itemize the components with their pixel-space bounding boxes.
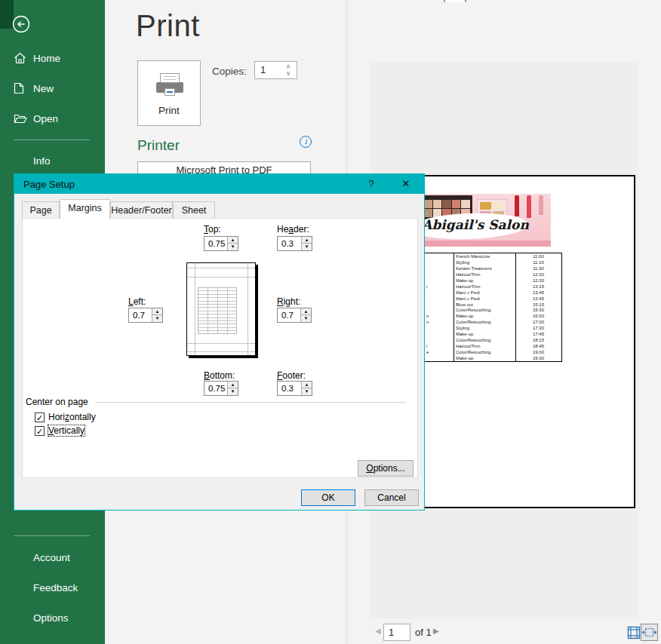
spin-down-icon[interactable]: ▼ (227, 244, 238, 250)
spin-up-icon[interactable]: ▲ (227, 382, 238, 388)
spin-down-icon[interactable]: ▼ (300, 315, 311, 322)
vertically-label[interactable]: Vertically (48, 425, 85, 436)
spin-down-icon[interactable]: ▼ (301, 388, 312, 395)
spin-up-icon[interactable]: ▲ (301, 382, 312, 388)
print-button[interactable]: Print (137, 60, 201, 126)
spin-up-icon[interactable]: ▲ (301, 237, 312, 244)
print-button-label: Print (138, 105, 200, 116)
tab-header-footer[interactable]: Header/Footer (110, 201, 173, 219)
group-line (95, 402, 406, 403)
sidebar-item-home[interactable]: Home (0, 50, 105, 66)
dialog-title: Page Setup (23, 179, 75, 190)
printer-section-heading: Printer (137, 137, 180, 154)
top-margin-input[interactable] (208, 239, 226, 248)
sidebar-item-label: New (33, 83, 54, 94)
printer-icon (156, 73, 183, 99)
tab-sheet[interactable]: Sheet (173, 201, 215, 219)
tab-margins[interactable]: Margins (60, 199, 110, 219)
dialog-help-button[interactable]: ? (365, 178, 377, 189)
sidebar-item-options[interactable]: Options (33, 612, 69, 624)
page-count-label: of 1 (415, 627, 432, 638)
header-margin-label: Header: (277, 224, 309, 235)
back-arrow-icon (12, 15, 30, 33)
sidebar-item-label: Home (33, 53, 60, 64)
top-margin-label: Top: (204, 224, 221, 235)
margins-preview-thumbnail (186, 262, 256, 356)
center-on-page-label: Center on page (26, 397, 88, 407)
header-margin-stepper[interactable]: ▲ ▼ (277, 236, 312, 251)
sidebar-item-new[interactable]: New (0, 80, 105, 97)
page-title: Print (136, 9, 200, 43)
ok-button[interactable]: OK (301, 489, 355, 506)
horizontally-label[interactable]: Horizontally (48, 412, 96, 422)
right-margin-stepper[interactable]: ▲ ▼ (277, 308, 312, 323)
margins-tab-panel: Top: ▲ ▼ Header: ▲ ▼ Left: ▲ (22, 218, 418, 478)
bottom-margin-input[interactable] (208, 384, 226, 393)
footer-margin-input[interactable] (281, 384, 300, 393)
vertically-checkbox[interactable]: ✓ (35, 426, 45, 436)
header-margin-input[interactable] (281, 239, 300, 248)
copies-input[interactable] (260, 64, 284, 75)
sidebar-divider (14, 140, 90, 140)
spin-down-icon[interactable]: ▼ (301, 244, 312, 250)
sidebar-item-info[interactable]: Info (33, 155, 51, 167)
sidebar-item-label: Open (33, 113, 58, 124)
top-edge-artifact (444, 0, 466, 2)
spin-up-icon[interactable]: ▲ (152, 308, 162, 315)
page-number-input[interactable] (389, 627, 407, 638)
sidebar-item-open[interactable]: Open (0, 110, 105, 127)
footer-margin-label: Footer: (277, 370, 306, 381)
spin-up-icon[interactable]: ▲ (227, 237, 238, 244)
right-margin-label: Right: (277, 296, 300, 307)
cancel-button[interactable]: Cancel (364, 489, 419, 506)
dialog-titlebar[interactable]: Page Setup (14, 174, 424, 194)
close-icon[interactable]: ✕ (400, 178, 412, 189)
left-margin-input[interactable] (133, 311, 151, 320)
left-margin-stepper[interactable]: ▲ ▼ (128, 308, 163, 323)
lip-pencil-art (527, 195, 531, 218)
page-setup-dialog: Page Setup ? ✕ Page Margins Header/Foote… (14, 173, 425, 511)
next-page-icon[interactable]: ▶ (433, 627, 439, 635)
horizontally-checkbox[interactable]: ✓ (35, 412, 45, 422)
back-button[interactable] (12, 15, 30, 33)
prev-page-icon[interactable]: ◀ (375, 627, 381, 635)
sidebar-divider (14, 535, 90, 536)
show-margins-icon (627, 626, 641, 639)
copies-stepper[interactable]: ∧ ∨ (254, 61, 297, 79)
lipstick-art (515, 195, 519, 216)
copies-down-icon[interactable]: ∨ (284, 69, 293, 78)
options-button[interactable]: Options... (358, 460, 414, 477)
spin-down-icon[interactable]: ▼ (152, 315, 162, 322)
copies-label: Copies: (212, 66, 247, 77)
spin-up-icon[interactable]: ▲ (300, 308, 311, 315)
page-number-box[interactable] (383, 624, 410, 641)
right-margin-input[interactable] (281, 311, 300, 320)
open-folder-icon (14, 113, 27, 124)
new-document-icon (14, 82, 27, 94)
info-icon[interactable]: i (300, 136, 312, 148)
thumbnail-grid (198, 287, 237, 334)
printer-dropdown[interactable]: Microsoft Print to PDF (137, 161, 311, 173)
show-margins-button[interactable] (627, 626, 641, 642)
home-icon (14, 52, 27, 64)
tab-page[interactable]: Page (22, 201, 60, 219)
top-margin-stepper[interactable]: ▲ ▼ (204, 236, 238, 251)
bottom-margin-stepper[interactable]: ▲ ▼ (204, 381, 238, 396)
excel-backstage-print: Print Print Copies: ∧ ∨ Printer i Micros… (0, 0, 661, 644)
sidebar-item-feedback[interactable]: Feedback (33, 582, 78, 593)
zoom-to-page-icon (641, 624, 657, 640)
spin-down-icon[interactable]: ▼ (227, 388, 238, 395)
sidebar-item-account[interactable]: Account (33, 552, 70, 563)
left-margin-label: Left: (128, 296, 146, 307)
footer-margin-stepper[interactable]: ▲ ▼ (277, 381, 312, 396)
bottom-margin-label: Bottom: (204, 370, 235, 381)
zoom-to-page-button[interactable] (641, 624, 658, 641)
lip-pencil-art (539, 195, 543, 215)
